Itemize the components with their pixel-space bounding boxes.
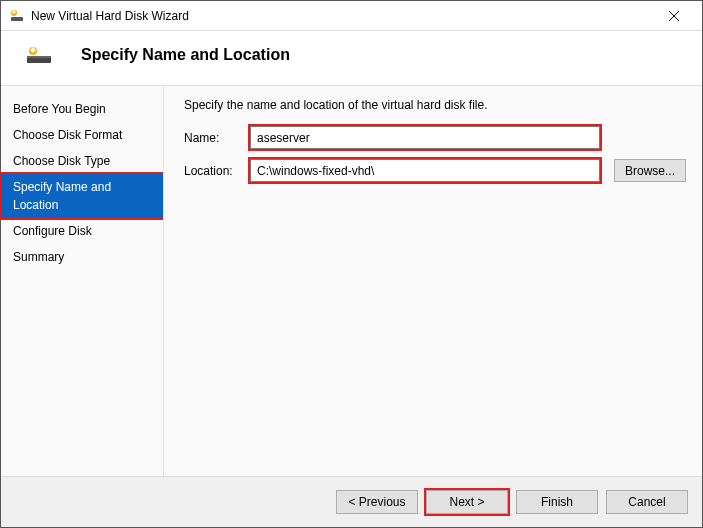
content-pane: Specify the name and location of the vir… [163,86,702,476]
name-row: Name: [184,126,686,149]
location-input[interactable] [250,159,600,182]
page-title: Specify Name and Location [81,46,290,64]
hard-disk-icon [25,45,53,65]
app-icon [9,8,25,24]
location-row: Location: Browse... [184,159,686,182]
instruction-text: Specify the name and location of the vir… [184,98,686,112]
window-title: New Virtual Hard Disk Wizard [31,9,654,23]
finish-button[interactable]: Finish [516,490,598,514]
svg-rect-0 [11,17,23,21]
close-button[interactable] [654,2,694,30]
next-button[interactable]: Next > [426,490,508,514]
name-label: Name: [184,131,242,145]
browse-button[interactable]: Browse... [614,159,686,182]
previous-button[interactable]: < Previous [336,490,418,514]
wizard-window: New Virtual Hard Disk Wizard Specify Nam… [0,0,703,528]
step-choose-disk-format[interactable]: Choose Disk Format [1,122,163,148]
step-choose-disk-type[interactable]: Choose Disk Type [1,148,163,174]
step-configure-disk[interactable]: Configure Disk [1,218,163,244]
titlebar: New Virtual Hard Disk Wizard [1,1,702,31]
step-before-you-begin[interactable]: Before You Begin [1,96,163,122]
wizard-body: Before You Begin Choose Disk Format Choo… [1,85,702,477]
cancel-button[interactable]: Cancel [606,490,688,514]
wizard-footer: < Previous Next > Finish Cancel [1,477,702,527]
svg-rect-5 [27,56,51,58]
location-label: Location: [184,164,242,178]
step-specify-name-location[interactable]: Specify Name and Location [1,174,163,218]
name-input[interactable] [250,126,600,149]
wizard-header: Specify Name and Location [1,31,702,85]
step-summary[interactable]: Summary [1,244,163,270]
step-sidebar: Before You Begin Choose Disk Format Choo… [1,86,163,476]
